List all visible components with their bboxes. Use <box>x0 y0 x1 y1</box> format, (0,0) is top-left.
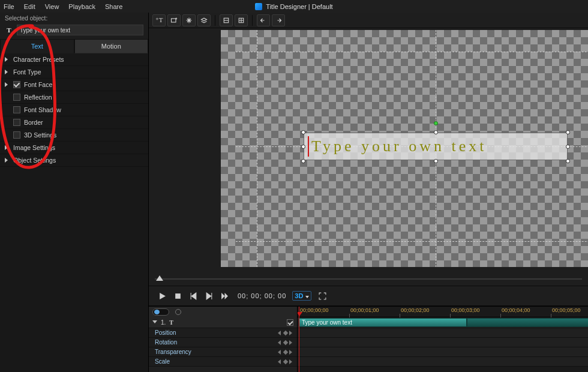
prop-object-settings[interactable]: Object Settings <box>0 154 148 167</box>
prop-character-presets[interactable]: Character Presets <box>0 53 148 66</box>
keyframe-next-icon[interactable] <box>289 350 293 354</box>
timeline-toggle[interactable] <box>152 308 169 316</box>
menu-view[interactable]: View <box>45 3 59 10</box>
tool-insert-image[interactable] <box>167 14 181 26</box>
clip-row[interactable]: Type your own text <box>298 317 588 328</box>
track-scale[interactable]: Scale <box>149 357 297 367</box>
zoom-knob[interactable] <box>156 275 163 281</box>
resize-handle[interactable] <box>301 130 305 134</box>
track-lane[interactable] <box>298 328 588 338</box>
keyframe-prev-icon[interactable] <box>278 340 282 344</box>
tab-motion[interactable]: Motion <box>74 39 149 53</box>
prev-frame-button[interactable] <box>188 291 198 301</box>
timeline: 1. T Position Rotation Transparenc <box>149 306 588 372</box>
track-rotation[interactable]: Rotation <box>149 338 297 347</box>
next-frame-button[interactable] <box>204 291 214 301</box>
keyframe-next-icon[interactable] <box>289 331 293 335</box>
tab-text[interactable]: Text <box>0 39 74 53</box>
3d-mode-toggle[interactable]: 3D <box>292 291 311 301</box>
safe-zone-line <box>236 52 588 52</box>
timecode-display: 00; 00; 00; 00 <box>238 292 286 299</box>
title-clip[interactable]: Type your own text <box>299 318 467 327</box>
timeline-ruler[interactable]: 00;00;00;00 00;00;01;00 00;00;02;00 00;0… <box>298 307 588 317</box>
fast-forward-button[interactable] <box>220 291 229 301</box>
track-header-title[interactable]: 1. T <box>149 317 297 328</box>
prop-font-type[interactable]: Font Type <box>0 66 148 79</box>
tool-align[interactable] <box>220 14 233 26</box>
expand-icon <box>5 158 10 163</box>
track-label: Position <box>155 329 176 336</box>
prop-reflection[interactable]: Reflection <box>0 91 148 104</box>
menu-file[interactable]: File <box>4 3 14 10</box>
canvas-area[interactable]: Type your own text <box>149 28 588 272</box>
tool-insert-background[interactable] <box>197 14 211 26</box>
collapse-icon <box>152 320 157 325</box>
prev-frame-icon <box>190 292 197 300</box>
prop-font-face[interactable]: Font Face <box>0 79 148 91</box>
track-lane[interactable] <box>298 347 588 357</box>
rotation-handle[interactable] <box>434 121 438 125</box>
keyframe-add-icon[interactable] <box>283 340 288 344</box>
tool-redo[interactable] <box>272 14 285 26</box>
resize-handle[interactable] <box>301 145 305 149</box>
menu-share[interactable]: Share <box>105 3 122 10</box>
keyframe-prev-icon[interactable] <box>278 331 282 335</box>
checkbox-border[interactable] <box>13 119 20 126</box>
track-transparency[interactable]: Transparency <box>149 347 297 357</box>
title-text-object[interactable]: Type your own text <box>304 133 568 160</box>
timeline-track-headers: 1. T Position Rotation Transparenc <box>149 307 298 372</box>
keyframe-next-icon[interactable] <box>289 340 293 344</box>
keyframe-prev-icon[interactable] <box>278 350 282 354</box>
ruler-label: 00;00;01;00 <box>350 307 379 313</box>
resize-handle[interactable] <box>301 159 305 163</box>
expand-icon <box>5 145 10 150</box>
stop-icon <box>174 292 182 300</box>
zoom-track[interactable] <box>155 278 582 280</box>
keyframe-add-icon[interactable] <box>283 330 288 335</box>
tool-undo[interactable] <box>257 14 270 26</box>
menu-playback[interactable]: Playback <box>68 3 95 10</box>
keyframe-prev-icon[interactable] <box>278 359 282 364</box>
prop-label: Reflection <box>24 94 52 101</box>
prop-border[interactable]: Border <box>0 116 148 129</box>
resize-handle[interactable] <box>434 159 438 163</box>
prop-label: Border <box>24 119 43 126</box>
checkbox-reflection[interactable] <box>13 94 20 101</box>
prop-font-shadow[interactable]: Font Shadow <box>0 104 148 116</box>
title-clip-tail[interactable] <box>467 318 588 327</box>
tool-insert-particle[interactable] <box>182 14 196 26</box>
checkbox-font-face[interactable] <box>13 81 20 88</box>
track-visible-checkbox[interactable] <box>287 319 293 326</box>
resize-handle[interactable] <box>566 145 570 149</box>
snap-toggle-icon[interactable] <box>175 309 181 315</box>
playhead[interactable] <box>299 307 299 372</box>
tool-insert-text[interactable]: ⁺T <box>152 14 166 26</box>
tool-grid[interactable] <box>235 14 248 26</box>
prop-label: Font Face <box>24 81 52 88</box>
play-button[interactable] <box>157 291 167 301</box>
track-position[interactable]: Position <box>149 328 297 338</box>
track-lane[interactable] <box>298 357 588 367</box>
track-index: 1. <box>161 319 166 326</box>
redo-icon <box>275 17 282 24</box>
resize-handle[interactable] <box>566 130 570 134</box>
stop-button[interactable] <box>173 291 182 301</box>
panel-tabs: Text Motion <box>0 39 148 53</box>
timeline-tracks-area[interactable]: 00;00;00;00 00;00;01;00 00;00;02;00 00;0… <box>298 307 588 372</box>
prop-3d-settings[interactable]: 3D Settings <box>0 129 148 142</box>
keyframe-add-icon[interactable] <box>283 349 288 354</box>
resize-handle[interactable] <box>566 159 570 163</box>
checkbox-3d[interactable] <box>13 131 20 139</box>
track-lane[interactable] <box>298 338 588 347</box>
selected-object-field[interactable] <box>17 25 143 35</box>
fullscreen-button[interactable] <box>317 291 327 301</box>
resize-handle[interactable] <box>434 130 438 134</box>
prop-image-settings[interactable]: Image Settings <box>0 142 148 154</box>
properties-panel: Selected object: T Text Motion Character… <box>0 13 149 372</box>
checkbox-font-shadow[interactable] <box>13 106 20 113</box>
canvas-toolbar: ⁺T <box>149 13 588 28</box>
keyframe-add-icon[interactable] <box>283 359 288 364</box>
menu-edit[interactable]: Edit <box>24 3 35 10</box>
keyframe-next-icon[interactable] <box>289 359 293 364</box>
clip-label: Type your own text <box>302 319 352 326</box>
